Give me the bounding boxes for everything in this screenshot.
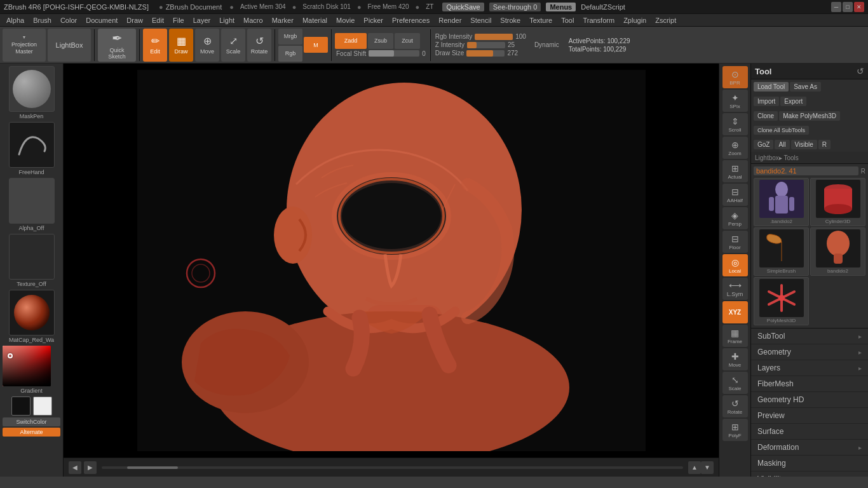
tool-menu-item-geometry[interactable]: Geometry [751, 344, 868, 360]
scroll-down-button[interactable]: ▼ [701, 461, 714, 474]
quick-sketch-button[interactable]: ✒ QuickSketch [98, 29, 136, 62]
all-button[interactable]: All [775, 140, 789, 149]
black-swatch[interactable] [11, 396, 31, 416]
menu-item-draw[interactable]: Draw [123, 15, 147, 25]
tool-menu-item-subtool[interactable]: SubTool [751, 329, 868, 344]
maximize-button[interactable]: □ [843, 2, 853, 12]
subtool-item-bandido2-2[interactable]: bandido2 [810, 227, 865, 276]
projection-master-button[interactable]: ▼ ProjectionMaster [3, 29, 46, 62]
floor-button[interactable]: ⊟ Floor [722, 231, 748, 253]
menu-item-layer[interactable]: Layer [189, 15, 215, 25]
aahalf-button[interactable]: ⊟ AAHalf [722, 184, 748, 206]
rotate-button[interactable]: ↺ Rotate [247, 29, 271, 62]
z-intensity-slider[interactable] [467, 42, 505, 48]
menu-item-alpha[interactable]: Alpha [3, 15, 28, 25]
menu-item-edit[interactable]: Edit [148, 15, 168, 25]
mrgb-button[interactable]: Mrgb [278, 29, 302, 44]
menu-item-picker[interactable]: Picker [360, 15, 387, 25]
scroll-up-button[interactable]: ▲ [688, 461, 701, 474]
save-as-button[interactable]: Save As [790, 82, 821, 92]
subtool-item-bandido2[interactable]: .bandido2 [754, 178, 809, 226]
canvas[interactable]: ◀ ▶ ▲ ▼ [64, 64, 719, 477]
export-button[interactable]: Export [780, 97, 806, 106]
menu-item-zscript[interactable]: Zscript [651, 15, 680, 25]
r-button[interactable]: R [818, 140, 831, 149]
tool-menu-item-layers[interactable]: Layers [751, 360, 868, 376]
move-button[interactable]: ⊕ Move [195, 29, 219, 62]
draw-button[interactable]: ▦ Draw [169, 29, 193, 62]
alpha-tool[interactable]: Alpha_Off [3, 178, 60, 231]
tool-menu-item-visibility[interactable]: Visibility [751, 471, 868, 477]
draw-size-slider[interactable] [466, 50, 505, 57]
see-through-button[interactable]: See-through 0 [489, 3, 541, 11]
move-ctrl-button[interactable]: ✚ Move [722, 348, 748, 370]
lightbox-button[interactable]: LightBox [48, 29, 91, 62]
bpr-button[interactable]: ⊙ BPR [722, 66, 748, 88]
local-button[interactable]: ◎ Local [722, 254, 748, 276]
zadd-button[interactable]: Zadd [335, 33, 367, 49]
tool-menu-item-preview[interactable]: Preview [751, 408, 868, 424]
subtool-item-cylinder[interactable]: Cylinder3D [810, 178, 865, 226]
viewport[interactable]: ◀ ▶ ▲ ▼ [64, 64, 719, 477]
freehand-tool[interactable]: FreeHand [3, 122, 60, 175]
alternate-button[interactable]: Alternate [3, 428, 60, 437]
import-button[interactable]: Import [754, 97, 779, 106]
lsym-button[interactable]: ⟷ L.Sym [722, 278, 748, 300]
quicksave-button[interactable]: QuickSave [442, 3, 484, 11]
load-tool-button[interactable]: Load Tool [754, 82, 789, 92]
spix-button[interactable]: ✦ SPix [722, 90, 748, 112]
menu-item-macro[interactable]: Macro [240, 15, 267, 25]
lightbox-tools-label[interactable]: Lightbox▸ Tools [755, 154, 799, 161]
rgb-button[interactable]: Rgb [278, 46, 302, 62]
menu-item-stroke[interactable]: Stroke [496, 15, 524, 25]
close-button[interactable]: ✕ [854, 2, 864, 12]
menu-item-zplugin[interactable]: Zplugin [620, 15, 650, 25]
polyf-button[interactable]: ⊞ PolyF [722, 419, 748, 441]
tool-menu-item-masking[interactable]: Masking [751, 456, 868, 471]
zcut-button[interactable]: Zcut [395, 33, 420, 49]
m-button[interactable]: M [304, 37, 328, 53]
menu-item-brush[interactable]: Brush [29, 15, 55, 25]
reset-icon[interactable]: ↺ [857, 66, 864, 76]
rgb-intensity-slider[interactable] [475, 34, 513, 40]
scale-ctrl-button[interactable]: ⤡ Scale [722, 372, 748, 394]
menu-item-material[interactable]: Material [299, 15, 331, 25]
edit-button[interactable]: ✏ Edit [143, 29, 167, 62]
tool-menu-item-surface[interactable]: Surface [751, 424, 868, 440]
menu-item-document[interactable]: Document [82, 15, 121, 25]
texture-tool[interactable]: Texture_Off [3, 234, 60, 287]
goz-button[interactable]: GoZ [754, 140, 773, 149]
scroll-left-button[interactable]: ◀ [69, 461, 81, 474]
switch-color-button[interactable]: SwitchColor [3, 417, 60, 426]
menu-item-file[interactable]: File [169, 15, 188, 25]
tool-menu-item-geometry-hd[interactable]: Geometry HD [751, 392, 868, 408]
scale-button[interactable]: ⤢ Scale [221, 29, 245, 62]
rotate-ctrl-button[interactable]: ↺ Rotate [722, 395, 748, 417]
tool-menu-item-deformation[interactable]: Deformation [751, 440, 868, 456]
menu-item-texture[interactable]: Texture [526, 15, 556, 25]
menu-item-marker[interactable]: Marker [268, 15, 297, 25]
scroll-right-button[interactable]: ▶ [84, 461, 97, 474]
maskpen-tool[interactable]: MaskPen [3, 66, 60, 119]
menu-item-movie[interactable]: Movie [332, 15, 358, 25]
matcap-tool[interactable]: MatCap_Red_Wa [3, 290, 60, 343]
xyz-button[interactable]: XYZ [722, 301, 748, 323]
actual-button[interactable]: ⊞ Actual [722, 160, 748, 182]
visible-button[interactable]: Visible [791, 140, 817, 149]
menu-item-preferences[interactable]: Preferences [388, 15, 433, 25]
minimize-button[interactable]: ─ [831, 2, 841, 12]
persp-button[interactable]: ◈ Persp [722, 207, 748, 229]
scroll-button[interactable]: ⇕ Scroll [722, 113, 748, 135]
menu-item-render[interactable]: Render [435, 15, 465, 25]
white-swatch[interactable] [33, 396, 52, 416]
menu-item-tool[interactable]: Tool [557, 15, 578, 25]
zsub-button[interactable]: Zsub [368, 33, 393, 49]
subtool-item-simplebrush[interactable]: SimpleBrush [754, 227, 809, 276]
menu-item-transform[interactable]: Transform [579, 15, 618, 25]
frame-button[interactable]: ▦ Frame [722, 325, 748, 347]
menus-button[interactable]: Menus [546, 3, 576, 11]
zoom-button[interactable]: ⊕ Zoom [722, 137, 748, 159]
menu-item-color[interactable]: Color [57, 15, 81, 25]
menu-item-stencil[interactable]: Stencil [466, 15, 495, 25]
make-polymesh-button[interactable]: Make PolyMesh3D [779, 111, 840, 121]
